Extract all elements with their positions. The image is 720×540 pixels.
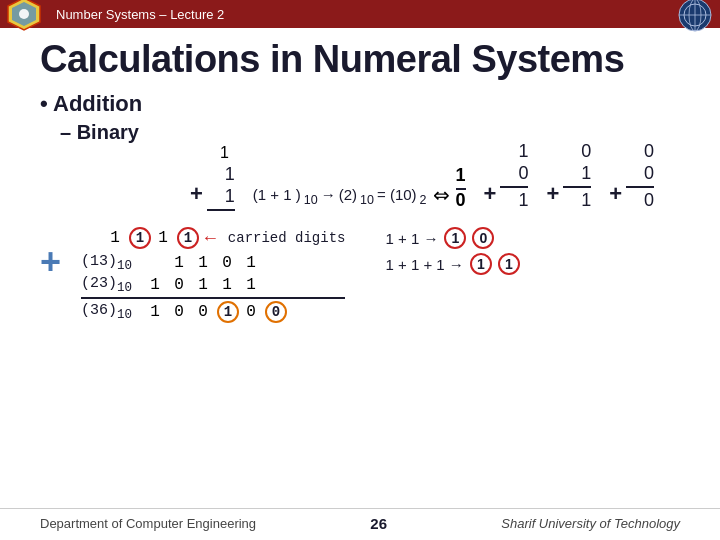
result-4: 0 [626, 190, 654, 211]
result-circle-2: 0 [265, 301, 287, 323]
bullet-addition: • Addition [40, 91, 680, 117]
rr2-circle-1: 1 [470, 253, 492, 275]
number-row-13: (13)10 1 1 0 1 [81, 253, 345, 273]
plus-symbol-3: + [546, 181, 559, 211]
rr-circle-1: 1 [444, 227, 466, 249]
bottom-section: + 1 1 1 1 ← carried digits (13)10 [40, 227, 680, 323]
result-2: 1 [500, 190, 528, 211]
left-arrow-icon: ← [205, 228, 216, 248]
rr-circle-2: 0 [472, 227, 494, 249]
header-bar: Number Systems – Lecture 2 [0, 0, 720, 28]
operands-2: 1 0 [500, 141, 528, 188]
addition-area: 1 + 1 1 (1 + 1 ) 10 → (2) 10 = (10) 2 [190, 121, 654, 211]
operands-4: 0 0 [626, 141, 654, 188]
svg-point-2 [19, 9, 29, 19]
result-line-2: 1 + 1 + 1 → 1 1 [385, 253, 519, 275]
logo-left-icon [6, 0, 42, 32]
big-plus-icon: + [40, 241, 61, 283]
main-content: • Addition – Binary 1 + 1 1 [0, 91, 720, 323]
plus-symbol-4: + [609, 181, 622, 211]
double-arrow-icon: ⇔ [433, 183, 450, 207]
carried-digits-label: carried digits [228, 230, 346, 246]
footer-right: Sharif University of Technology [501, 516, 680, 531]
footer-page: 26 [370, 515, 387, 532]
carried-digits-row: 1 1 1 1 ← carried digits [81, 227, 345, 249]
right-results: 1 + 1 → 1 0 1 + 1 + 1 → 1 1 [385, 227, 519, 279]
rr2-circle-2: 1 [498, 253, 520, 275]
footer-left: Department of Computer Engineering [40, 516, 256, 531]
long-addition: 1 1 1 1 ← carried digits (13)10 1 1 0 1 [81, 227, 345, 323]
number-row-23: (23)10 1 0 1 1 1 [81, 275, 345, 295]
carried-1-circle: 1 [129, 227, 151, 249]
binary-section: – Binary 1 + 1 1 [60, 121, 680, 211]
header-title: Number Systems – Lecture 2 [56, 7, 224, 22]
carried-2-circle: 1 [177, 227, 199, 249]
result-3: 1 [563, 190, 591, 211]
page-title: Calculations in Numeral Systems [0, 28, 720, 85]
footer: Department of Computer Engineering 26 Sh… [0, 508, 720, 532]
plus-symbol-2: + [484, 181, 497, 211]
result-circle-1: 1 [217, 301, 239, 323]
operands-1: 1 1 [207, 164, 235, 211]
result-line-1: 1 + 1 → 1 0 [385, 227, 519, 249]
number-row-36: (36)10 1 0 0 1 0 0 [81, 297, 345, 323]
result-binary-fraction: 1 [456, 165, 466, 190]
operands-3: 0 1 [563, 141, 591, 188]
carry-digit: 1 [220, 144, 229, 164]
binary-label: – Binary [60, 121, 180, 144]
result-binary-bottom: 0 [456, 190, 466, 211]
equiv-text: (1 + 1 ) 10 → (2) 10 = (10) 2 [253, 186, 427, 211]
logo-right-icon [678, 0, 712, 32]
plus-symbol-1: + [190, 181, 203, 211]
